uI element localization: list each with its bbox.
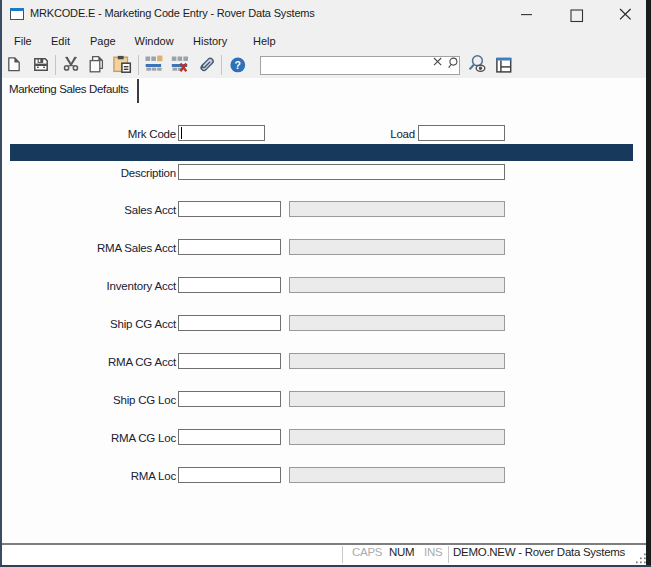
svg-text:?: ? [234, 58, 240, 70]
